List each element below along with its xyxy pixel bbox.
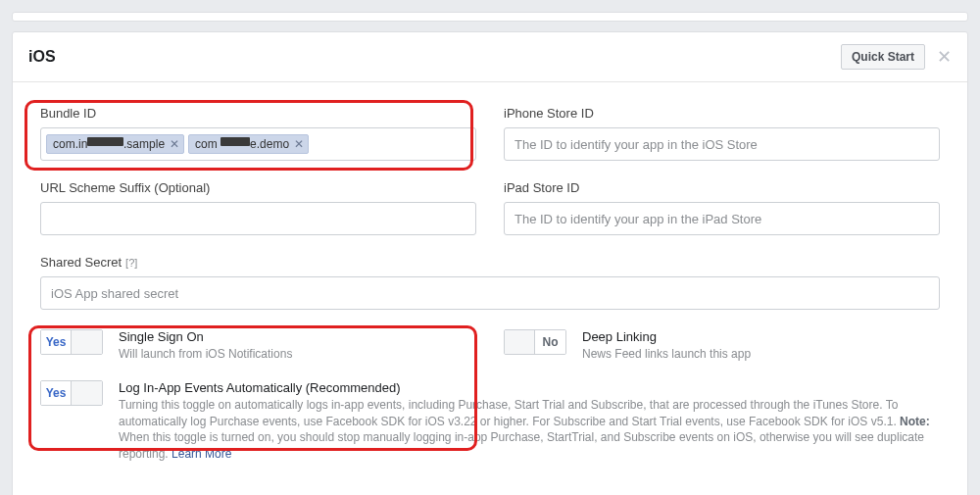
log-events-title: Log In-App Events Automatically (Recomme… [119, 380, 940, 395]
ipad-store-id-label: iPad Store ID [504, 180, 940, 195]
shared-secret-input[interactable] [40, 276, 940, 310]
log-events-desc: Turning this toggle on automatically log… [119, 397, 940, 463]
bundle-id-tag[interactable]: com xxxxxe.demo ✕ [188, 134, 309, 154]
section-title: iOS [28, 48, 56, 66]
deep-linking-desc: News Feed links launch this app [582, 346, 940, 363]
sso-desc: Will launch from iOS Notifications [119, 346, 476, 363]
iphone-store-id-label: iPhone Store ID [504, 106, 940, 121]
remove-tag-icon[interactable]: ✕ [170, 138, 179, 150]
learn-more-link[interactable]: Learn More [172, 447, 231, 461]
close-icon[interactable]: ✕ [937, 48, 952, 66]
ipad-store-id-input[interactable] [504, 202, 940, 235]
help-icon[interactable]: [?] [125, 257, 137, 269]
shared-secret-label: Shared Secret [?] [40, 255, 940, 270]
sso-title: Single Sign On [119, 329, 476, 344]
url-scheme-label: URL Scheme Suffix (Optional) [40, 180, 476, 195]
log-events-toggle[interactable]: Yes No [40, 380, 103, 406]
iphone-store-id-input[interactable] [504, 127, 940, 161]
url-scheme-input[interactable] [40, 202, 476, 235]
card-header: iOS Quick Start ✕ [13, 32, 967, 82]
prev-section-stub [12, 12, 968, 22]
bundle-id-tag[interactable]: com.ingxxxxx.sample ✕ [46, 134, 184, 154]
bundle-id-input[interactable]: com.ingxxxxx.sample ✕ com xxxxxe.demo ✕ [40, 127, 476, 161]
sso-toggle[interactable]: Yes No [40, 329, 103, 355]
ios-settings-card: iOS Quick Start ✕ Bundle ID com.ingxxxxx… [12, 31, 968, 495]
remove-tag-icon[interactable]: ✕ [294, 138, 304, 150]
deep-linking-toggle[interactable]: Yes No [504, 329, 566, 355]
deep-linking-title: Deep Linking [582, 329, 940, 344]
quick-start-button[interactable]: Quick Start [841, 44, 925, 70]
bundle-id-label: Bundle ID [40, 106, 476, 121]
